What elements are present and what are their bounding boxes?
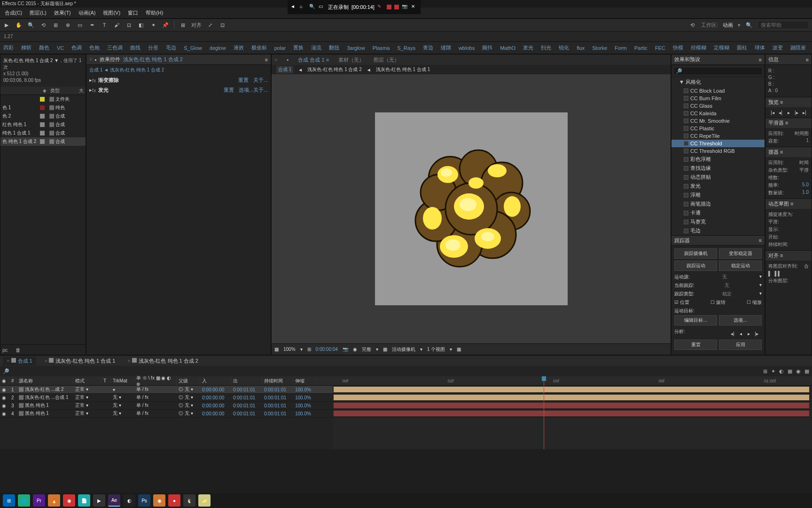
app-icon[interactable]: ● — [168, 494, 180, 507]
fx-preset-item[interactable]: S_Glow — [182, 44, 203, 52]
snap-icon[interactable]: ⊞ — [179, 21, 187, 29]
col-type[interactable]: 类型 — [50, 87, 79, 94]
lock-icon[interactable]: ▪ — [95, 57, 97, 63]
preset-item[interactable]: 查找边缘 — [671, 164, 765, 173]
fx-preset-item[interactable]: 毛边 — [164, 43, 178, 52]
app-icon[interactable]: 🔥 — [48, 494, 60, 507]
fx-preset-item[interactable]: Plasma — [371, 44, 391, 52]
stabilize-motion-button[interactable]: 稳定运动 — [719, 261, 762, 271]
preset-item[interactable]: 发光 — [671, 182, 765, 190]
fx-preset-item[interactable]: 发光 — [522, 43, 535, 52]
stamp-tool-icon[interactable]: ⊡ — [125, 21, 133, 29]
panel-subtitle[interactable]: 浅灰色-红色 纯色 1 合成 2 — [123, 56, 183, 63]
workspace-dropdown[interactable]: 动画 — [723, 22, 733, 29]
reset-button[interactable]: 重置 — [674, 340, 717, 350]
fx-preset-item[interactable]: 颜色 — [38, 43, 51, 52]
fx-preset-item[interactable]: polar — [273, 44, 287, 52]
grid-icon[interactable]: ▦ — [274, 347, 279, 352]
fx-preset-item[interactable]: 波变 — [771, 43, 784, 52]
preset-item[interactable]: 浮雕 — [671, 190, 765, 199]
menu-item[interactable]: 帮助(H) — [143, 8, 166, 17]
fx-preset-item[interactable]: 查边 — [422, 43, 435, 52]
fx-preset-item[interactable]: 径模糊 — [689, 43, 708, 52]
anchor-tool-icon[interactable]: ⊕ — [64, 21, 71, 29]
fx-preset-item[interactable]: 液效 — [232, 43, 245, 52]
fx-preset-item[interactable]: 缝隙 — [439, 43, 453, 52]
rec-back-icon[interactable]: ◄ — [290, 4, 297, 10]
app-icon[interactable]: ◉ — [153, 494, 165, 507]
fx-preset-item[interactable]: 蹦阻塞 — [789, 43, 807, 52]
prev-frame-icon[interactable]: ◂| — [777, 109, 784, 116]
preset-item[interactable]: 卡通 — [671, 208, 765, 217]
viewer-tab[interactable]: 素材（无） — [338, 56, 364, 64]
menu-item[interactable]: 视图(V) — [100, 8, 123, 17]
col-size[interactable]: 大 — [79, 87, 84, 94]
lock-icon[interactable]: ▪ — [287, 57, 289, 63]
fx-preset-item[interactable]: 湍流 — [310, 43, 323, 52]
preset-item[interactable]: 彩色浮雕 — [671, 155, 765, 164]
fx-preset-item[interactable]: flux — [575, 44, 586, 52]
roto-tool-icon[interactable]: ✦ — [149, 21, 157, 29]
close-icon[interactable]: × — [89, 57, 92, 62]
preset-item[interactable]: CC Mr. Smoothie — [671, 117, 765, 125]
motion-src-dropdown[interactable]: 无 — [722, 274, 727, 280]
panel-menu-icon[interactable]: ≡ — [759, 57, 762, 63]
preset-category[interactable]: ▼ 风格化 — [671, 77, 765, 87]
fx-preset-item[interactable]: S_Rays — [396, 44, 417, 52]
fx-preset-item[interactable]: wblobs — [457, 44, 476, 52]
timeline-layer-row[interactable]: ◉4▦ 黑色 纯色 1正常 ▾无 ▾单 / fx◎ 无 ▾0:00:00:000… — [0, 410, 333, 418]
tl-tool-icon[interactable]: ⊞ — [763, 368, 767, 374]
effect-row[interactable]: ▸ fx 渐变擦除重置关于... — [86, 75, 271, 85]
search-input[interactable] — [757, 21, 809, 29]
fx-preset-item[interactable]: VC — [55, 44, 65, 52]
rotate-tool-icon[interactable]: ⟲ — [39, 21, 47, 29]
fx-preset-item[interactable]: Partic — [633, 44, 649, 52]
next-frame-icon[interactable]: |▸ — [793, 109, 800, 116]
preset-item[interactable]: CC Threshold — [671, 140, 765, 147]
preset-item[interactable]: 画笔描边 — [671, 199, 765, 208]
timeline-layer-row[interactable]: ◉2▦ 浅灰色-红色 ...合成 1正常 ▾无 ▾单 / fx◎ 无 ▾0:00… — [0, 394, 333, 402]
camera-dropdown[interactable]: 活动摄像机 — [392, 346, 415, 353]
fx-preset-item[interactable]: 球体 — [753, 43, 766, 52]
brush-tool-icon[interactable]: 🖌 — [113, 21, 120, 29]
panel-menu-icon[interactable]: ≡ — [265, 57, 268, 63]
fx-preset-item[interactable]: 色炮 — [88, 43, 101, 52]
options-button[interactable]: 选项... — [719, 315, 762, 325]
fx-preset-item[interactable]: MathO — [499, 44, 517, 52]
play-back-icon[interactable]: ◂ — [737, 330, 744, 337]
crumb-item[interactable]: 浅灰色-红色 纯色 1 合成 2 — [307, 66, 362, 73]
explorer-icon[interactable]: 📁 — [198, 494, 211, 507]
timeline-layer-row[interactable]: ◉3▦ 黑色 纯色 1正常 ▾无 ▾单 / fx◎ 无 ▾0:00:00:000… — [0, 402, 333, 410]
preset-item[interactable]: 毛边 — [671, 226, 765, 235]
pixel-icon[interactable]: ▦ — [457, 347, 461, 352]
zoom-tool-icon[interactable]: 🔍 — [27, 21, 35, 29]
preset-item[interactable]: CC Plastic — [671, 125, 765, 132]
project-item[interactable]: ▦ 文件夹 — [0, 95, 86, 103]
step-back-icon[interactable]: ◂| — [729, 330, 736, 337]
align-left-icon[interactable]: ▌ — [768, 271, 772, 276]
align-center-icon[interactable]: ▐ — [773, 271, 776, 276]
align-right-icon[interactable]: ▌ — [778, 271, 781, 276]
fx-preset-item[interactable]: 翻扭 — [328, 43, 341, 52]
menu-item[interactable]: 窗口 — [125, 8, 141, 17]
preset-search-input[interactable] — [673, 67, 763, 75]
fx-preset-item[interactable]: 3arglow — [345, 44, 367, 52]
app-icon[interactable]: ▶ — [93, 494, 105, 507]
project-item[interactable]: 色 2▦ 合成 — [0, 112, 86, 120]
snap-opt-icon[interactable]: ⤢ — [206, 21, 214, 29]
effect-row[interactable]: ▸ fx 发光重置选项... 关于... — [86, 85, 271, 95]
timeline-tab[interactable]: × 浅灰色-红色 纯色 1 合成 2 — [124, 357, 202, 365]
fx-preset-item[interactable]: 三色调 — [106, 43, 124, 52]
fx-preset-item[interactable]: 四彩 — [2, 43, 15, 52]
step-fwd-icon[interactable]: |▸ — [753, 330, 760, 337]
app-icon[interactable]: ◐ — [123, 494, 135, 507]
composition-canvas[interactable] — [375, 112, 568, 305]
selection-tool-icon[interactable]: ▶ — [3, 21, 10, 29]
viewer-tab-label[interactable]: 合成 — [298, 57, 308, 63]
app-icon[interactable]: 🐧 — [183, 494, 195, 507]
fx-preset-item[interactable]: 曲线 — [129, 43, 142, 52]
close-icon[interactable]: ✕ — [411, 4, 418, 10]
track-camera-button[interactable]: 跟踪摄像机 — [674, 248, 717, 259]
timeline-tab[interactable]: × 合成 1 — [3, 357, 36, 365]
pen-tool-icon[interactable]: ✒ — [88, 21, 96, 29]
